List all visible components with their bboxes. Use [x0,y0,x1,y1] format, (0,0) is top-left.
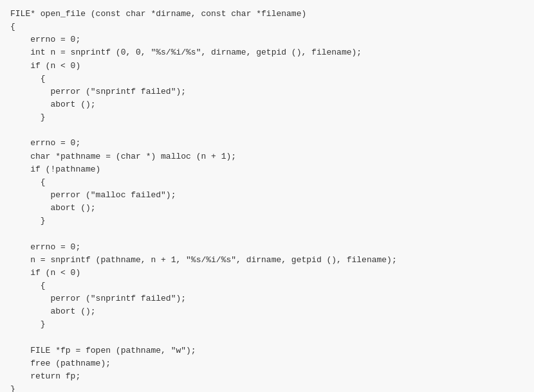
code-line: perror ("snprintf failed"); [10,87,186,96]
code-line: { [10,281,46,290]
code-line: FILE *fp = fopen (pathname, "w"); [10,346,196,355]
code-line: if (n < 0) [10,61,80,71]
code-viewer: FILE* open_file (const char *dirname, co… [0,0,534,392]
code-line: perror ("malloc failed"); [10,190,176,200]
code-content: FILE* open_file (const char *dirname, co… [10,8,524,392]
code-line: abort (); [10,100,96,109]
code-line: errno = 0; [10,138,80,148]
code-line: char *pathname = (char *) malloc (n + 1)… [10,152,236,161]
code-line: errno = 0; [10,35,80,44]
code-line: } [10,112,46,122]
code-line: { [10,74,46,84]
code-line: abort (); [10,203,96,213]
code-line: errno = 0; [10,242,80,252]
code-line: int n = snprintf (0, 0, "%s/%i/%s", dirn… [10,48,362,57]
code-line: if (n < 0) [10,268,80,278]
code-line: if (!pathname) [10,165,100,174]
code-line: } [10,319,46,329]
code-line: { [10,22,15,31]
code-line: abort (); [10,307,96,316]
code-line: { [10,177,46,187]
code-line: } [10,384,15,392]
code-line: } [10,216,46,226]
code-line: perror ("snprintf failed"); [10,294,186,303]
code-line: FILE* open_file (const char *dirname, co… [10,9,306,19]
code-line: n = snprintf (pathname, n + 1, "%s/%i/%s… [10,255,397,265]
code-line: return fp; [10,371,80,381]
code-line: free (pathname); [10,359,111,368]
